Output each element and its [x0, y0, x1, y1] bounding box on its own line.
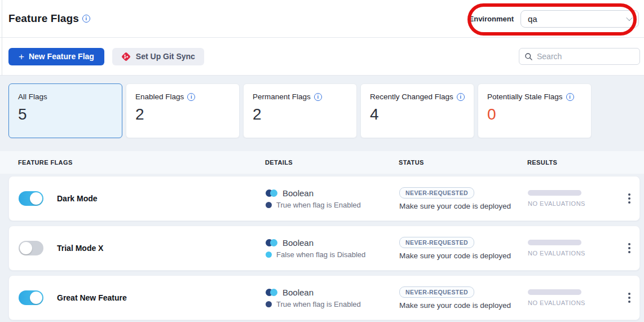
stat-value: 2 — [135, 106, 230, 123]
environment-label: Environment — [469, 15, 514, 23]
stat-value: 2 — [253, 106, 347, 123]
info-icon[interactable]: i — [457, 93, 465, 101]
boolean-type-icon — [266, 189, 277, 197]
stat-card-potentially-stale-flags[interactable]: Potentially Stale Flags i 0 — [478, 83, 592, 138]
environment-selected-value: qa — [528, 14, 537, 24]
flag-rule: True when flag is Enabled — [276, 201, 361, 209]
status-text: Make sure your code is deployed — [399, 301, 511, 310]
search-box[interactable] — [519, 48, 640, 65]
flag-rule: True when flag is Enabled — [276, 300, 361, 308]
results-progress-bar — [528, 190, 581, 196]
value-dot-icon — [266, 301, 272, 307]
results-text: NO EVALUATIONS — [528, 299, 618, 306]
stat-card-all-flags[interactable]: All Flags 5 — [8, 83, 122, 138]
flag-name[interactable]: Great New Feature — [57, 293, 127, 302]
column-header-results: RESULTS — [527, 159, 644, 166]
value-dot-icon — [266, 202, 272, 208]
environment-group: Environment qa — [469, 10, 639, 28]
row-menu-kebab-icon[interactable] — [618, 240, 640, 257]
search-icon — [524, 52, 533, 61]
value-dot-icon — [266, 252, 272, 258]
toolbar: + New Feature Flag Set Up Git Sync — [0, 38, 644, 76]
status-text: Make sure your code is deployed — [399, 202, 511, 210]
page-header: Feature Flags i Environment qa — [0, 0, 644, 38]
results-text: NO EVALUATIONS — [528, 250, 618, 257]
table-header: FEATURE FLAGS DETAILS STATUS RESULTS — [0, 151, 644, 174]
status-text: Make sure your code is deployed — [399, 252, 511, 260]
flag-type: Boolean — [283, 238, 314, 248]
flag-toggle[interactable] — [19, 191, 43, 206]
chevron-down-icon — [626, 15, 632, 21]
window-edge-divider — [2, 0, 2, 76]
stat-value: 4 — [370, 106, 465, 123]
flag-type: Boolean — [283, 188, 314, 198]
column-header-details: DETAILS — [265, 159, 399, 166]
environment-select[interactable]: qa — [521, 10, 639, 28]
results-progress-bar — [528, 240, 581, 245]
flag-rule: False when flag is Disabled — [276, 250, 365, 259]
stat-label: Recently Changed Flags — [370, 92, 453, 101]
flag-toggle[interactable] — [19, 241, 43, 255]
flag-name[interactable]: Dark Mode — [57, 194, 98, 203]
results-progress-bar — [528, 289, 581, 295]
plus-icon: + — [19, 52, 24, 61]
stat-card-permanent-flags[interactable]: Permanent Flags i 2 — [243, 83, 357, 138]
git-sync-label: Set Up Git Sync — [136, 52, 195, 61]
row-menu-kebab-icon[interactable] — [618, 289, 640, 306]
stat-value: 0 — [487, 106, 582, 123]
status-badge: NEVER-REQUESTED — [399, 286, 474, 298]
row-menu-kebab-icon[interactable] — [618, 190, 640, 207]
info-icon[interactable]: i — [566, 93, 574, 101]
table-row-dark-mode: Dark Mode Boolean True when flag is Enab… — [8, 176, 640, 221]
search-input[interactable] — [537, 52, 634, 61]
flag-type: Boolean — [283, 288, 314, 297]
info-icon[interactable]: i — [314, 93, 322, 101]
set-up-git-sync-button[interactable]: Set Up Git Sync — [112, 48, 204, 65]
status-badge: NEVER-REQUESTED — [399, 237, 474, 248]
boolean-type-icon — [266, 289, 277, 296]
status-badge: NEVER-REQUESTED — [399, 187, 474, 199]
stat-label: Permanent Flags — [253, 92, 311, 101]
table-row-great-new-feature: Great New Feature Boolean True when flag… — [8, 275, 640, 320]
table-row-trial-mode-x: Trial Mode X Boolean False when flag is … — [8, 226, 640, 271]
stat-label: Enabled Flags — [135, 92, 184, 101]
boolean-type-icon — [266, 239, 277, 246]
stat-card-recently-changed-flags[interactable]: Recently Changed Flags i 4 — [360, 83, 474, 138]
results-text: NO EVALUATIONS — [528, 200, 618, 207]
new-feature-flag-button[interactable]: + New Feature Flag — [8, 48, 104, 65]
git-diamond-icon — [121, 52, 131, 61]
flag-name[interactable]: Trial Mode X — [57, 244, 103, 253]
stats-row: All Flags 5 Enabled Flags i 2 Permanent … — [8, 83, 640, 138]
stat-label: Potentially Stale Flags — [487, 92, 563, 101]
flag-toggle[interactable] — [19, 290, 43, 305]
stat-value: 5 — [18, 106, 113, 123]
stat-card-enabled-flags[interactable]: Enabled Flags i 2 — [126, 83, 240, 138]
column-header-feature-flags: FEATURE FLAGS — [18, 159, 265, 166]
info-icon[interactable]: i — [187, 93, 195, 101]
page-title: Feature Flags — [8, 12, 79, 25]
new-feature-flag-label: New Feature Flag — [29, 52, 94, 61]
title-info-icon[interactable]: i — [82, 15, 90, 23]
column-header-status: STATUS — [399, 159, 527, 166]
stat-label: All Flags — [18, 92, 47, 101]
